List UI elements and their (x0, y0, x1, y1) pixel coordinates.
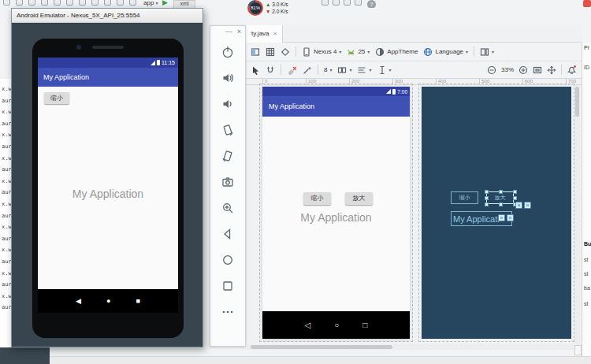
overlay-badge-icon[interactable] (524, 202, 531, 209)
home-icon: ○ (334, 321, 339, 329)
tab-activity-java[interactable]: ty.java × (246, 25, 283, 43)
clear-constraints-icon[interactable] (287, 65, 297, 75)
emulator-app-content[interactable]: 缩小 My Application (38, 87, 178, 289)
ruler-label: 700 (566, 79, 582, 85)
language-selector[interactable]: Language▾ (423, 47, 468, 57)
run-config-selector[interactable]: app ▾ (143, 0, 158, 6)
more-button[interactable] (214, 299, 241, 325)
overlay-badge-icon[interactable] (498, 214, 505, 221)
toolbar-icon[interactable] (3, 0, 10, 6)
infer-constraints-icon[interactable] (303, 65, 312, 75)
rotate-right-button[interactable] (214, 143, 241, 169)
toolbar-icon[interactable] (28, 0, 35, 6)
android-icon (347, 48, 355, 56)
pack-selector[interactable]: ▾ (337, 65, 351, 75)
phone-screen[interactable]: 11:15 My Application 缩小 My Application ◀… (38, 58, 178, 313)
toolbar-icon[interactable] (16, 0, 23, 6)
design-content[interactable]: 缩小 放大 My Application (262, 117, 410, 311)
home-button[interactable] (214, 247, 241, 273)
cursor-icon[interactable] (251, 65, 260, 75)
toolbar-icon[interactable] (66, 0, 73, 6)
emulator-title-bar[interactable]: Android Emulator - Nexus_5X_API_25:5554 (12, 9, 203, 23)
toolbar-icon[interactable] (129, 0, 136, 6)
default-margin-selector[interactable]: 8▾ (324, 66, 332, 73)
tab-close-icon[interactable]: × (273, 30, 277, 37)
selection-handle[interactable] (485, 190, 489, 194)
scrollbar-thumb[interactable] (251, 345, 392, 349)
api-level-selector[interactable]: 25▾ (347, 48, 370, 56)
align-selector[interactable]: ▾ (357, 65, 371, 75)
back-button[interactable]: ◀ (76, 297, 81, 305)
help-icon[interactable]: ? (367, 0, 376, 8)
render-options-icon[interactable] (281, 47, 290, 57)
blueprint-enlarge-button[interactable]: 放大 (486, 191, 514, 204)
blueprint-shrink-button[interactable]: 缩小 (451, 191, 478, 204)
volume-up-button[interactable] (214, 65, 241, 91)
toolbar-icon[interactable] (322, 0, 329, 6)
selection-handle[interactable] (513, 190, 517, 194)
minimize-button[interactable]: — (225, 28, 232, 35)
zoom-fit-icon[interactable] (533, 65, 542, 75)
grid-icon[interactable] (266, 47, 275, 57)
design-surface[interactable]: 0100200300400500600700 7:00 My Applicati… (246, 79, 582, 350)
tab-xml[interactable]: xml (173, 0, 195, 8)
design-view[interactable]: 7:00 My Application 缩小 放大 My Application… (262, 87, 410, 339)
selection-handle[interactable] (499, 190, 503, 194)
scrollbar-thumb[interactable] (575, 87, 579, 117)
toolbar-icon[interactable] (104, 0, 111, 6)
horizontal-scrollbar[interactable] (247, 344, 578, 350)
phone-skin: 11:15 My Application 缩小 My Application ◀… (32, 39, 184, 338)
toolbar-icon[interactable] (79, 0, 86, 6)
autoconnect-magnet-icon[interactable] (266, 65, 275, 75)
toolbar-icon[interactable] (344, 0, 351, 6)
zoom-button[interactable] (214, 195, 241, 221)
theme-selector[interactable]: AppTheme (375, 47, 418, 57)
selection-handle[interactable] (485, 202, 489, 206)
shrink-button[interactable]: 缩小 (44, 92, 69, 104)
toolbar-icon[interactable] (355, 0, 362, 6)
overlay-badge-icon[interactable] (515, 202, 522, 209)
ruler-label: 500 (479, 79, 522, 85)
blueprint-view[interactable]: 缩小 放大 My Applicati (422, 87, 571, 339)
device-selector[interactable]: Nexus 4▾ (302, 47, 341, 57)
shrink-button[interactable]: 缩小 (303, 192, 331, 205)
up-arrow-icon: ▲ (266, 2, 270, 7)
close-button[interactable]: × (237, 28, 241, 35)
recents-icon: □ (362, 321, 367, 329)
layout-variant-selector[interactable]: ▾ (480, 47, 494, 57)
toolbar-icon[interactable] (333, 0, 340, 6)
notifications-bell-icon[interactable] (567, 65, 577, 75)
toolbar-icon[interactable] (54, 0, 61, 6)
enlarge-button[interactable]: 放大 (345, 192, 373, 205)
close-button-fragment[interactable] (583, 0, 591, 7)
run-icon[interactable]: ▶ (162, 0, 168, 6)
toolbar-icon[interactable] (91, 0, 98, 6)
rotate-left-button[interactable] (214, 117, 241, 143)
design-textview[interactable]: My Application (262, 211, 410, 224)
guideline-icon (377, 65, 387, 75)
upload-speed-value: 3.0 K/s (272, 2, 288, 7)
ide-main-toolbar: app ▾ ▶ xml ? (0, 0, 591, 8)
pan-icon[interactable] (547, 65, 556, 75)
recents-button[interactable]: ■ (136, 297, 139, 305)
zoom-out-icon[interactable] (487, 65, 496, 75)
zoom-in-icon[interactable] (519, 65, 528, 75)
home-button[interactable]: ● (106, 297, 110, 305)
overlay-badge-icon[interactable] (507, 214, 514, 221)
toolbar-icon[interactable] (117, 0, 124, 6)
selection-handle[interactable] (499, 202, 503, 206)
toolbar-icon[interactable] (41, 0, 48, 6)
volume-down-button[interactable] (214, 91, 241, 117)
surface-mode-icon[interactable] (251, 47, 260, 57)
screenshot-button[interactable] (214, 169, 241, 195)
emulator-title: Android Emulator - Nexus_5X_API_25:5554 (17, 12, 140, 19)
overview-button[interactable] (214, 273, 241, 299)
selection-handle[interactable] (485, 196, 489, 200)
guideline-selector[interactable]: ▾ (377, 65, 392, 75)
vertical-scrollbar[interactable] (574, 85, 580, 345)
properties-panel[interactable]: Pr ID Bu st st ba st (582, 43, 591, 356)
power-button[interactable] (214, 39, 241, 65)
selection-handle[interactable] (513, 196, 517, 200)
editor-code-column[interactable]: x.waurx.waurx.waurx.waurx.waurx.waurx.wa… (0, 79, 11, 347)
back-button[interactable] (214, 221, 241, 247)
